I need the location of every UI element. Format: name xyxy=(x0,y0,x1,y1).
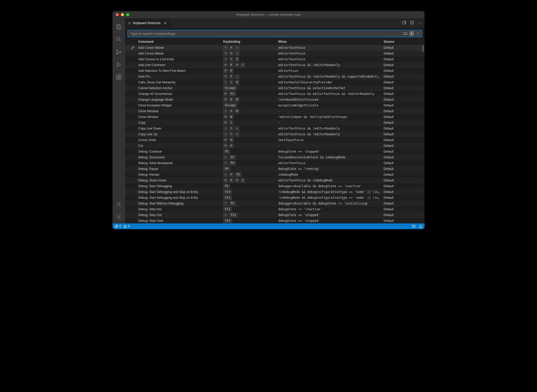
search-bar[interactable] xyxy=(128,30,422,37)
table-row[interactable]: Debug: Start Debugging and Stop on Entry… xyxy=(125,189,425,195)
key-cap: ⌘ xyxy=(235,63,239,67)
table-row[interactable]: Add Selection To Next Find Match⌘Deditor… xyxy=(125,68,425,74)
table-row[interactable]: Debug: Start Without Debugging⌃F5debugge… xyxy=(125,201,425,206)
accounts-icon[interactable] xyxy=(112,198,125,211)
table-row[interactable]: Change All Occurrences⌘F2editorTextFocus… xyxy=(125,91,425,97)
run-debug-icon[interactable] xyxy=(112,58,125,71)
table-row[interactable]: Debug: Step OverF10debugState == 'stoppe… xyxy=(125,218,425,223)
key-cap: I xyxy=(235,57,239,62)
edit-keybinding-icon[interactable] xyxy=(125,46,137,50)
table-row[interactable]: Cursor Undo⌘UtextInputFocusDefault xyxy=(125,137,425,143)
svg-rect-23 xyxy=(404,33,407,35)
svg-point-6 xyxy=(120,51,121,53)
table-row[interactable]: Copy Line Up⇧⌥↑editorTextFocus && !edito… xyxy=(125,131,425,137)
table-row[interactable]: Add Cursor Above⌥⌘↑editorTextFocusDefaul… xyxy=(125,45,425,51)
key-cap: F2 xyxy=(229,92,236,96)
window-close-button[interactable] xyxy=(116,13,119,16)
row-source: Default xyxy=(382,190,411,194)
svg-point-14 xyxy=(118,216,120,218)
scrollbar-thumb[interactable] xyxy=(422,45,424,52)
row-source: Default xyxy=(382,161,411,165)
table-row[interactable]: Debug: Step IntoF11debugState != 'inacti… xyxy=(125,206,425,212)
table-row[interactable]: Debug: Disconnect⇧F5focusedSessionIsAtta… xyxy=(125,154,425,160)
status-feedback-icon[interactable] xyxy=(412,224,416,228)
row-when: editorTextFocus xyxy=(277,161,382,165)
row-source: Default xyxy=(382,98,411,101)
status-warnings[interactable]: 0 xyxy=(123,224,130,228)
row-when: focusedSessionIsAttach && inDebugMode xyxy=(277,155,382,159)
svg-point-8 xyxy=(117,66,118,67)
header-when[interactable]: When xyxy=(277,40,382,44)
row-command: Close Window xyxy=(137,115,222,119)
row-when: editorHasCallHierarchyProvider xyxy=(277,80,382,84)
table-row[interactable]: Debug: Show Hover⌘K⌘IeditorTextFocus && … xyxy=(125,178,425,183)
table-row[interactable]: Auto Fix...⌥⌘.editorTextFocus && !editor… xyxy=(125,74,425,79)
tab-keyboard-shortcuts[interactable]: Keyboard Shortcuts xyxy=(125,18,170,28)
row-command: Add Line Comment xyxy=(137,63,222,67)
table-row[interactable]: Add Cursors to Line Ends⇧⌥IeditorTextFoc… xyxy=(125,56,425,62)
key-cap: . xyxy=(235,74,239,79)
key-cap: F10 xyxy=(223,190,232,194)
explorer-icon[interactable] xyxy=(112,20,125,33)
table-row[interactable]: Cut⌘X-Default xyxy=(125,143,425,149)
table-row[interactable]: Calls: Show Call Hierarchy⇧⌥HeditorHasCa… xyxy=(125,79,425,85)
key-cap: F11 xyxy=(229,213,238,217)
source-control-icon[interactable] xyxy=(112,46,125,58)
record-keys-icon[interactable] xyxy=(403,31,407,36)
scrollbar[interactable] xyxy=(422,45,425,223)
tab-close-icon[interactable] xyxy=(163,21,167,25)
open-json-icon[interactable] xyxy=(402,20,406,25)
svg-marker-7 xyxy=(117,63,121,66)
search-input[interactable] xyxy=(131,32,403,36)
table-row[interactable]: Debug: ContinueF5debugState == 'stopped'… xyxy=(125,149,425,154)
split-editor-icon[interactable] xyxy=(410,20,414,25)
tabs-bar: Keyboard Shortcuts ··· xyxy=(125,18,425,28)
clear-input-icon[interactable] xyxy=(416,31,420,36)
keyboard-icon xyxy=(128,21,131,25)
key-cap: U xyxy=(229,138,234,142)
header-source[interactable]: Source xyxy=(382,40,411,44)
header-keybinding[interactable]: Keybinding xyxy=(222,40,277,44)
svg-line-3 xyxy=(120,40,121,42)
tab-label: Keyboard Shortcuts xyxy=(133,21,160,25)
table-row[interactable]: Close Window⌘W!editorIsOpen && !multiple… xyxy=(125,114,425,120)
key-cap: ⌘ xyxy=(229,74,234,79)
row-source: Default xyxy=(382,57,411,61)
row-when: editorFocus xyxy=(277,69,382,73)
status-errors[interactable]: 0 xyxy=(115,224,121,228)
search-icon[interactable] xyxy=(112,33,125,46)
table-row[interactable]: Copy⌘C-Default xyxy=(125,120,425,126)
key-cap: ⌘ xyxy=(223,97,228,102)
table-row[interactable]: Copy Line Down⇧⌥↓editorTextFocus && !edi… xyxy=(125,126,425,131)
row-keybinding: Escape xyxy=(222,103,277,108)
row-source: Default xyxy=(382,115,411,119)
key-cap: ⇧ xyxy=(223,172,228,177)
editor-actions: ··· xyxy=(402,18,425,28)
window-maximize-button[interactable] xyxy=(126,13,129,16)
row-when: - xyxy=(277,144,382,148)
sort-precedence-icon[interactable] xyxy=(410,31,414,36)
row-source: Default xyxy=(382,104,411,107)
row-command: Close Window xyxy=(137,109,222,113)
table-row[interactable]: Debug: Start Debugging and Stop on Entry… xyxy=(125,195,425,201)
extensions-icon[interactable] xyxy=(112,71,125,83)
table-row[interactable]: Add Cursor Below⌥⌘↓editorTextFocusDefaul… xyxy=(125,51,425,56)
table-row[interactable]: Debug: Step Out⇧F11debugState == 'stoppe… xyxy=(125,212,425,218)
traffic-lights xyxy=(112,13,129,16)
settings-gear-icon[interactable] xyxy=(112,211,125,223)
more-actions-icon[interactable]: ··· xyxy=(418,21,422,25)
table-row[interactable]: Debug: Restart⇧⌘F5inDebugModeDefault xyxy=(125,172,425,178)
table-row[interactable]: Close Window⇧⌘W-Default xyxy=(125,108,425,114)
table-row[interactable]: Debug: Inline Breakpoint⇧F9editorTextFoc… xyxy=(125,160,425,166)
table-row[interactable]: Close Exception WidgetEscapeexceptionWid… xyxy=(125,103,425,108)
table-row[interactable]: Add Line Comment⌘K⌘CeditorTextFocus && !… xyxy=(125,62,425,68)
table-row[interactable]: Debug: Start DebuggingF5debuggersAvailab… xyxy=(125,183,425,189)
table-row[interactable]: Debug: PauseF6debugState == 'running'Def… xyxy=(125,166,425,172)
status-bell-icon[interactable] xyxy=(419,224,422,228)
table-row[interactable]: Change Language Mode⌘KM!notebookEditorFo… xyxy=(125,97,425,103)
row-when: editorTextFocus && !editorReadonly xyxy=(277,63,382,67)
table-row[interactable]: Cancel Selection AnchorEscapeeditorTextF… xyxy=(125,85,425,91)
header-command[interactable]: Command xyxy=(137,40,222,44)
key-cap: ⌥ xyxy=(229,57,234,62)
window-minimize-button[interactable] xyxy=(121,13,124,16)
